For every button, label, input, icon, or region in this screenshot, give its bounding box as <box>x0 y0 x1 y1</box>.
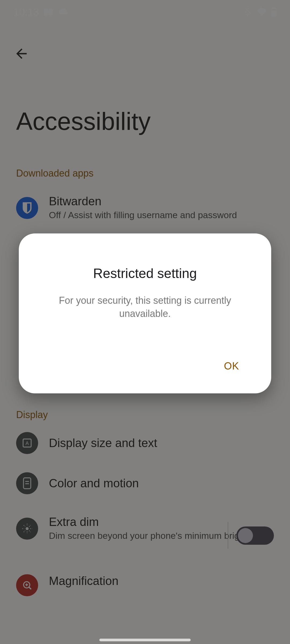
dialog-body: For your security, this setting is curre… <box>38 294 252 320</box>
restricted-setting-dialog: Restricted setting For your security, th… <box>19 233 271 393</box>
nav-handle[interactable] <box>99 639 191 641</box>
dialog-title: Restricted setting <box>38 266 252 281</box>
dialog-ok-button[interactable]: OK <box>216 355 247 377</box>
